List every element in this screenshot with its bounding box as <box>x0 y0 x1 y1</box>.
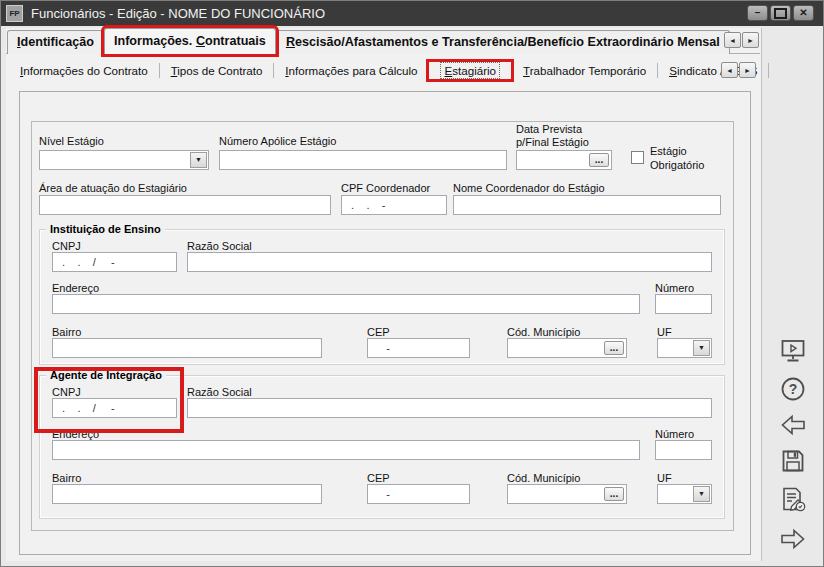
cod-municipio-input[interactable]: ... <box>507 338 627 358</box>
razao-social-label: Razão Social <box>187 386 252 398</box>
annotation-box-agente-cnpj <box>34 367 184 433</box>
app-icon: FP <box>6 5 23 22</box>
arrow-right-icon: ► <box>747 37 754 44</box>
arrow-left-icon: ◄ <box>726 67 733 74</box>
browse-button[interactable]: ... <box>604 487 624 501</box>
cnpj-input[interactable]: . . / - <box>52 252 177 272</box>
cod-municipio-label: Cód. Município <box>507 326 580 338</box>
chevron-down-icon[interactable]: ▼ <box>190 152 207 168</box>
endereco-input[interactable] <box>52 294 640 314</box>
bairro-input[interactable] <box>52 484 322 504</box>
data-prevista-input[interactable]: ... <box>516 150 612 170</box>
app-window: FP Funcionários - Edição - NOME DO FUNCI… <box>0 0 824 567</box>
main-tab-scroll-left-button[interactable]: ◄ <box>724 32 741 48</box>
arrow-right-icon: ► <box>744 67 751 74</box>
edit-record-button[interactable] <box>779 485 807 513</box>
arrow-left-icon <box>779 411 807 439</box>
cnpj-label: CNPJ <box>52 240 81 252</box>
minimize-icon: – <box>755 8 761 18</box>
cep-label: CEP <box>367 472 390 484</box>
area-atuacao-input[interactable] <box>39 195 331 215</box>
tab-tipos-de-contrato[interactable]: Tipos de Contrato <box>160 62 274 79</box>
nome-coordenador-label: Nome Coordenador do Estágio <box>453 182 605 194</box>
numero-input[interactable] <box>655 294 712 314</box>
chevron-down-icon[interactable]: ▼ <box>693 340 710 356</box>
uf-select[interactable]: ▼ <box>657 484 712 504</box>
close-icon: ✕ <box>799 8 807 18</box>
data-prevista-label-line1: Data Prevista <box>516 123 582 135</box>
arrow-right-icon <box>779 525 807 553</box>
uf-select[interactable]: ▼ <box>657 338 712 358</box>
cod-municipio-input[interactable]: ... <box>507 484 627 504</box>
endereco-input[interactable] <box>52 440 640 460</box>
tab-separator <box>768 63 769 78</box>
nivel-estagio-label: Nível Estágio <box>39 135 104 147</box>
bairro-label: Bairro <box>52 326 81 338</box>
data-prevista-label-line2: p/Final Estágio <box>516 136 589 148</box>
uf-label: UF <box>657 472 672 484</box>
numero-input[interactable] <box>655 440 712 460</box>
cpf-coordenador-input[interactable]: . . - <box>341 195 447 215</box>
help-button[interactable]: ? <box>779 375 807 403</box>
window-title: Funcionários - Edição - NOME DO FUNCIONÁ… <box>31 1 325 26</box>
instituicao-ensino-title: Instituição de Ensino <box>46 222 165 236</box>
help-icon: ? <box>779 375 807 403</box>
preview-button[interactable] <box>779 337 807 365</box>
nivel-estagio-select[interactable]: ▼ <box>39 150 209 170</box>
estagio-obrigatorio-checkbox[interactable] <box>631 151 644 164</box>
titlebar[interactable]: FP Funcionários - Edição - NOME DO FUNCI… <box>1 1 823 26</box>
arrow-left-icon: ◄ <box>729 37 736 44</box>
cod-municipio-label: Cód. Município <box>507 472 580 484</box>
estagio-obrigatorio-label-line2: Obrigatório <box>650 158 704 172</box>
tab-trabalhador-temporario[interactable]: Trabalhador Temporário <box>512 62 657 79</box>
tab-informacoes-do-contrato[interactable]: Informações do Contrato <box>9 62 159 79</box>
browse-button[interactable]: ... <box>604 341 624 355</box>
back-button[interactable] <box>779 411 807 439</box>
minimize-button[interactable]: – <box>747 5 768 21</box>
razao-social-input[interactable] <box>187 252 712 272</box>
endereco-label: Endereço <box>52 282 99 294</box>
cep-label: CEP <box>367 326 390 338</box>
cep-input[interactable]: - <box>367 484 470 504</box>
save-icon <box>779 447 807 475</box>
close-button[interactable]: ✕ <box>793 5 814 21</box>
uf-label: UF <box>657 326 672 338</box>
maximize-button[interactable] <box>770 5 791 21</box>
tab-informacoes-contratuais[interactable]: Informações. Contratuais <box>104 28 276 54</box>
bairro-input[interactable] <box>52 338 322 358</box>
main-tab-bar: Identificação Informações. Contratuais R… <box>7 30 730 54</box>
nome-coordenador-input[interactable] <box>453 195 721 215</box>
browse-button[interactable]: ... <box>589 153 609 167</box>
monitor-play-icon <box>779 337 807 365</box>
bairro-label: Bairro <box>52 472 81 484</box>
sub-tab-scroll-left-button[interactable]: ◄ <box>721 62 738 78</box>
cep-input[interactable]: - <box>367 338 470 358</box>
cpf-coordenador-label: CPF Coordenador <box>341 182 430 194</box>
chevron-down-icon[interactable]: ▼ <box>693 486 710 502</box>
tab-informacoes-para-calculo[interactable]: Informações para Cálculo <box>274 62 428 79</box>
numero-label: Número <box>655 428 694 440</box>
instituicao-ensino-group: Instituição de Ensino CNPJ . . / - Razão… <box>39 229 725 365</box>
sub-tab-scroll-right-button[interactable]: ► <box>739 62 756 78</box>
numero-label: Número <box>655 282 694 294</box>
estagio-obrigatorio-label-line1: Estágio <box>650 144 687 158</box>
area-atuacao-label: Área de atuação do Estagiário <box>39 182 187 194</box>
numero-apolice-label: Número Apólice Estágio <box>219 135 336 147</box>
document-edit-icon <box>779 485 807 513</box>
tab-identificacao[interactable]: Identificação <box>7 30 104 54</box>
main-tab-scroll-right-button[interactable]: ► <box>742 32 759 48</box>
svg-text:?: ? <box>789 381 798 397</box>
razao-social-label: Razão Social <box>187 240 252 252</box>
sub-tab-bar: Informações do Contrato Tipos de Contrat… <box>9 58 769 82</box>
save-button[interactable] <box>779 447 807 475</box>
tab-rescisao-afastamentos[interactable]: Rescisão/Afastamentos e Transferência/Be… <box>276 30 730 54</box>
forward-button[interactable] <box>779 525 807 553</box>
tab-estagiario[interactable]: Estagiário <box>429 62 511 79</box>
maximize-icon <box>774 8 787 19</box>
numero-apolice-input[interactable] <box>219 150 507 170</box>
razao-social-input[interactable] <box>187 398 712 418</box>
